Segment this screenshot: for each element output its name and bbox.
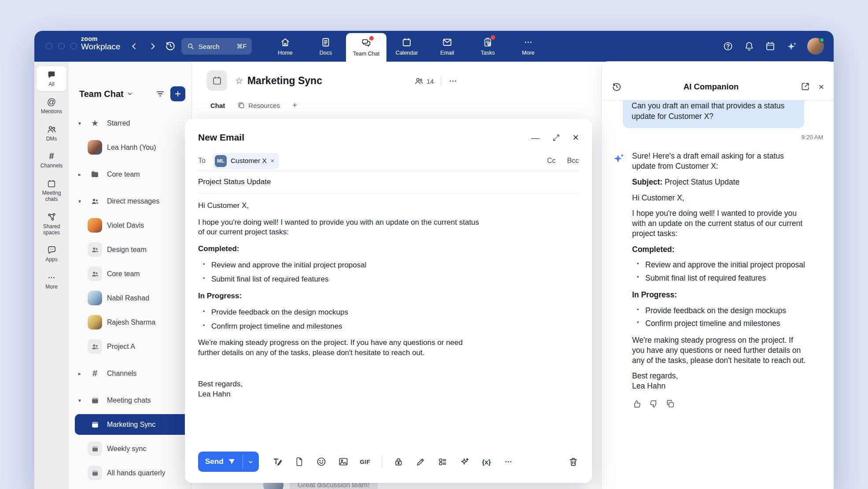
team-chat-badge bbox=[369, 36, 374, 41]
to-field[interactable]: To ML Customer X × Cc Bcc bbox=[198, 152, 579, 170]
traffic-light-zoom[interactable] bbox=[70, 43, 77, 49]
rail-item-mentions[interactable]: @ Mentions bbox=[37, 93, 66, 119]
list-item-design-team[interactable]: Design team bbox=[69, 237, 191, 262]
divider bbox=[382, 456, 382, 467]
rail-item-all[interactable]: All bbox=[37, 66, 66, 91]
recipient-chip[interactable]: ML Customer X × bbox=[213, 153, 279, 169]
back-arrow-icon[interactable] bbox=[129, 41, 140, 52]
copy-icon[interactable] bbox=[666, 399, 675, 409]
delete-draft-icon[interactable] bbox=[568, 456, 579, 467]
ai-companion-sparkle-icon[interactable] bbox=[786, 41, 797, 52]
close-icon[interactable]: × bbox=[573, 132, 579, 143]
more-options-icon[interactable] bbox=[503, 456, 514, 467]
close-icon[interactable]: × bbox=[819, 82, 824, 91]
section-meeting-chats[interactable]: ▾ Meeting chats bbox=[69, 388, 191, 412]
left-rail: All @ Mentions DMs # Channels Meeting ch… bbox=[34, 62, 69, 489]
remove-recipient-icon[interactable]: × bbox=[271, 157, 274, 164]
rail-item-meeting-chats[interactable]: Meeting chats bbox=[37, 175, 66, 206]
nav-home[interactable]: Home bbox=[265, 31, 305, 62]
rail-item-more[interactable]: More bbox=[37, 269, 66, 294]
ai-sparkle-icon[interactable] bbox=[459, 456, 470, 467]
nav-docs[interactable]: Docs bbox=[305, 31, 346, 62]
nav-email[interactable]: Email bbox=[427, 31, 467, 62]
encrypt-lock-icon[interactable] bbox=[393, 456, 404, 467]
send-plane-icon bbox=[228, 458, 235, 466]
group-avatar-icon bbox=[88, 267, 102, 281]
send-split-button[interactable]: Send bbox=[198, 452, 259, 472]
rail-item-shared-spaces[interactable]: Shared spaces bbox=[37, 208, 66, 240]
expand-icon[interactable]: ⤢ bbox=[553, 133, 559, 142]
list-item-weekly-sync[interactable]: Weekly sync bbox=[69, 437, 191, 461]
template-layout-icon[interactable] bbox=[437, 456, 448, 467]
channel-more-icon[interactable] bbox=[448, 76, 458, 86]
gif-icon[interactable]: GIF bbox=[360, 456, 371, 467]
send-options-dropdown[interactable] bbox=[243, 452, 259, 472]
caret-down-icon[interactable]: ▾ bbox=[77, 120, 83, 126]
nav-tasks[interactable]: Tasks bbox=[467, 31, 508, 62]
star-outline-icon[interactable]: ☆ bbox=[235, 75, 243, 86]
section-core-team[interactable]: ▸ Core team bbox=[69, 162, 191, 186]
text-format-icon[interactable] bbox=[272, 456, 283, 467]
caret-down-icon[interactable]: ▾ bbox=[77, 198, 83, 204]
send-button[interactable]: Send bbox=[198, 452, 243, 472]
caret-right-icon[interactable]: ▸ bbox=[77, 171, 83, 178]
ai-email-gree: Hi Customer X, bbox=[632, 193, 806, 203]
list-item-lea-rajesh-11[interactable]: Lea/Rajesh 1:1 bbox=[69, 485, 191, 489]
caret-down-icon[interactable]: ▾ bbox=[77, 397, 83, 404]
history-icon[interactable] bbox=[611, 82, 622, 92]
bcc-button[interactable]: Bcc bbox=[567, 157, 579, 165]
nav-more[interactable]: More bbox=[508, 31, 548, 62]
list-item-all-hands-quarterly[interactable]: All hands quarterly bbox=[69, 461, 191, 485]
thumbs-down-icon[interactable] bbox=[649, 399, 658, 409]
caret-right-icon[interactable]: ▸ bbox=[77, 370, 83, 377]
search-input[interactable]: Search ⌘F bbox=[181, 38, 252, 55]
nav-calendar[interactable]: Calendar bbox=[386, 31, 427, 62]
open-in-new-icon[interactable] bbox=[800, 82, 811, 92]
traffic-light-close[interactable] bbox=[46, 43, 52, 49]
window-controls[interactable] bbox=[46, 43, 77, 49]
rail-item-apps[interactable]: Apps bbox=[37, 241, 66, 267]
help-icon[interactable] bbox=[723, 41, 733, 52]
list-item-rajesh-sharma[interactable]: Rajesh Sharma bbox=[69, 310, 191, 334]
minimize-icon[interactable]: — bbox=[531, 133, 540, 142]
rail-item-dms[interactable]: DMs bbox=[37, 121, 66, 146]
thumbs-up-icon[interactable] bbox=[632, 399, 642, 409]
subject-field[interactable]: Project Status Update bbox=[198, 170, 579, 193]
logo-line2: Workplace bbox=[81, 42, 120, 51]
section-starred[interactable]: ▾ ★ Starred bbox=[69, 111, 191, 135]
attach-file-icon[interactable] bbox=[294, 456, 305, 467]
ai-companion-logo-icon bbox=[612, 152, 625, 165]
list-item-core-team-group[interactable]: Core team bbox=[69, 262, 191, 286]
nav-team-chat[interactable]: Team Chat bbox=[346, 33, 386, 62]
user-avatar[interactable] bbox=[807, 38, 824, 55]
signature-pencil-icon[interactable] bbox=[415, 456, 426, 467]
filter-icon[interactable] bbox=[155, 89, 165, 99]
emoji-icon[interactable] bbox=[316, 456, 327, 467]
email-body-editor[interactable]: Hi Customer X, I hope you're doing well!… bbox=[198, 194, 480, 400]
rail-item-channels[interactable]: # Channels bbox=[37, 148, 66, 173]
search-shortcut: ⌘F bbox=[236, 43, 246, 50]
list-item-violet-davis[interactable]: Violet Davis bbox=[69, 213, 191, 237]
new-chat-button[interactable] bbox=[170, 86, 185, 101]
notifications-bell-icon[interactable] bbox=[744, 41, 754, 52]
section-channels[interactable]: ▸ # Channels bbox=[69, 361, 191, 385]
list-item-marketing-sync[interactable]: Marketing Sync bbox=[69, 412, 191, 437]
member-count[interactable]: 14 bbox=[414, 76, 434, 86]
list-item-nabil-rashad[interactable]: Nabil Rashad bbox=[69, 286, 191, 310]
list-item-project-a[interactable]: Project A bbox=[69, 334, 191, 359]
calendar-date-icon[interactable] bbox=[765, 41, 776, 52]
add-tab-button[interactable]: + bbox=[292, 100, 297, 110]
chat-list-panel: Team Chat ▾ ★ Starred Lea Hanh (You) ▸ bbox=[69, 62, 192, 489]
cc-button[interactable]: Cc bbox=[547, 157, 556, 165]
team-chat-title-dropdown[interactable]: Team Chat bbox=[79, 89, 133, 99]
section-direct-messages[interactable]: ▾ Direct messages bbox=[69, 189, 191, 213]
list-item-lea-hanh[interactable]: Lea Hanh (You) bbox=[69, 135, 191, 159]
tab-chat[interactable]: Chat bbox=[210, 102, 225, 109]
variables-icon[interactable]: {x} bbox=[481, 456, 492, 467]
history-icon[interactable] bbox=[165, 40, 176, 52]
traffic-light-minimize[interactable] bbox=[58, 43, 65, 49]
image-icon[interactable] bbox=[338, 456, 349, 467]
tab-resources[interactable]: Resources bbox=[237, 101, 280, 109]
docs-icon bbox=[320, 37, 331, 48]
forward-arrow-icon[interactable] bbox=[147, 41, 158, 52]
